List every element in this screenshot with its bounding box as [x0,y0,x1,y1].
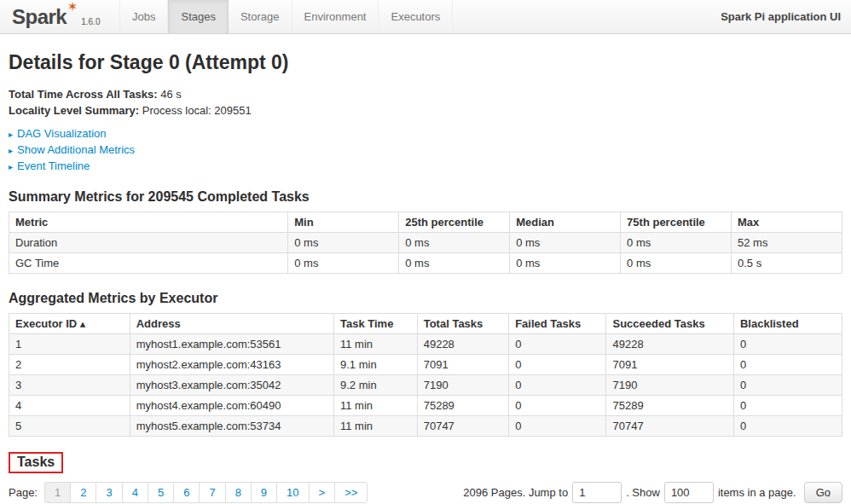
annotation-red-box: Tasks [9,452,63,473]
summary-metrics-title: Summary Metrics for 209545 Completed Tas… [9,189,842,205]
jump-to-page-input[interactable] [572,482,622,503]
page-button-5[interactable]: 5 [148,482,174,503]
cell: 0 [733,416,842,437]
cell: 0 [509,396,606,416]
table-row: 3 myhost3.example.com:35042 9.2 min 7190… [9,375,842,396]
cell: 3 [9,375,130,396]
column-header-failed-tasks[interactable]: Failed Tasks [509,314,606,334]
tab-stages[interactable]: Stages [168,0,228,33]
cell: 75289 [606,396,733,416]
dag-visualization-link[interactable]: ▸DAG Visualization [9,127,842,140]
cell: 70747 [606,416,733,437]
column-header-task-time[interactable]: Task Time [334,314,418,334]
executor-metrics-table: Executor ID ▴ Address Task Time Total Ta… [9,313,842,437]
expandable-links: ▸DAG Visualization ▸Show Additional Metr… [9,127,842,172]
page-next-button[interactable]: > [309,482,336,503]
cell: 7190 [417,375,508,396]
tab-executors[interactable]: Executors [379,0,453,33]
cell: 7091 [417,355,508,375]
cell: 0 ms [399,233,510,253]
cell: GC Time [9,253,288,274]
cell: 52 ms [732,233,842,253]
column-header-max: Max [732,212,842,233]
cell: myhost4.example.com:60490 [130,396,333,416]
page-button-2[interactable]: 2 [70,482,96,503]
tasks-section-title: Tasks [17,455,55,469]
cell: myhost2.example.com:43163 [130,355,333,375]
application-title: Spark Pi application UI [710,0,851,33]
total-time-line: Total Time Across All Tasks: 46 s [9,88,842,101]
navbar: Spark ✶ 1.6.0 Jobs Stages Storage Enviro… [0,0,851,34]
main-content: Details for Stage 0 (Attempt 0) Total Ti… [0,51,851,504]
cell: 0 [733,396,842,416]
page-button-10[interactable]: 10 [276,482,309,503]
table-row: 5 myhost5.example.com:53734 11 min 70747… [9,416,842,437]
column-header-total-tasks[interactable]: Total Tasks [417,314,508,334]
table-row: Duration 0 ms 0 ms 0 ms 0 ms 52 ms [9,233,842,253]
expand-arrow-icon: ▸ [9,130,13,139]
table-header-row: Metric Min 25th percentile Median 75th p… [9,212,842,233]
cell: 1 [9,334,130,355]
cell: 75289 [417,396,508,416]
page-title: Details for Stage 0 (Attempt 0) [9,51,842,74]
locality-summary-label: Locality Level Summary: [9,104,139,117]
items-per-page-input[interactable] [664,482,714,503]
cell: myhost1.example.com:53561 [130,334,333,355]
show-text: . Show [626,486,660,499]
page-button-3[interactable]: 3 [96,482,122,503]
page-button-8[interactable]: 8 [225,482,252,503]
column-header-address[interactable]: Address [130,314,333,334]
column-header-blacklisted[interactable]: Blacklisted [733,314,842,334]
expand-arrow-icon: ▸ [9,162,13,171]
cell: 9.2 min [334,375,418,396]
page-button-6[interactable]: 6 [173,482,200,503]
spark-version: 1.6.0 [81,17,100,30]
cell: 0 [733,375,842,396]
page-button-1-current[interactable]: 1 [44,482,71,503]
column-header-executor-id[interactable]: Executor ID ▴ [9,314,130,334]
cell: 0 [509,334,606,355]
cell: Duration [9,233,288,253]
cell: 49228 [417,334,508,355]
column-header-succeeded-tasks[interactable]: Succeeded Tasks [606,314,733,334]
cell: myhost3.example.com:35042 [130,375,333,396]
go-button[interactable]: Go [804,482,842,503]
cell: 0 [509,355,606,375]
cell: 0 ms [621,233,732,253]
cell: 7091 [606,355,733,375]
tab-environment[interactable]: Environment [292,0,379,33]
cell: 0 [509,375,606,396]
cell: 0 ms [288,233,399,253]
nav-tabs: Jobs Stages Storage Environment Executor… [119,0,453,33]
cell: 0 [733,334,842,355]
tab-jobs[interactable]: Jobs [119,0,168,33]
table-row: GC Time 0 ms 0 ms 0 ms 0 ms 0.5 s [9,253,842,274]
items-per-page-text: items in a page. [718,486,796,499]
page-last-button[interactable]: >> [334,482,368,503]
total-time-value: 46 s [160,88,182,101]
cell: 11 min [334,416,418,437]
page-button-7[interactable]: 7 [199,482,225,503]
cell: 70747 [417,416,508,437]
show-additional-metrics-link[interactable]: ▸Show Additional Metrics [9,143,842,156]
summary-metrics-table: Metric Min 25th percentile Median 75th p… [9,211,842,274]
page-button-4[interactable]: 4 [122,482,148,503]
cell: 0 ms [510,253,621,274]
pagination-bar: Page: 1 2 3 4 5 6 7 8 9 10 > >> 2096 Pag… [9,482,842,503]
cell: 5 [9,416,130,437]
cell: 0 ms [510,233,621,253]
cell: 7190 [606,375,733,396]
event-timeline-link[interactable]: ▸Event Timeline [9,159,842,172]
executor-metrics-title: Aggregated Metrics by Executor [9,291,842,306]
page-button-9[interactable]: 9 [251,482,277,503]
spark-logo[interactable]: Spark ✶ 1.6.0 [0,0,119,33]
expand-arrow-icon: ▸ [9,146,13,155]
column-header-min: Min [288,212,399,233]
table-row: 4 myhost4.example.com:60490 11 min 75289… [9,396,842,416]
locality-summary-value: Process local: 209551 [142,104,252,117]
cell: 49228 [606,334,733,355]
table-row: 2 myhost2.example.com:43163 9.1 min 7091… [9,355,842,375]
column-header-25th: 25th percentile [399,212,510,233]
tab-storage[interactable]: Storage [229,0,292,33]
table-header-row: Executor ID ▴ Address Task Time Total Ta… [9,314,842,334]
